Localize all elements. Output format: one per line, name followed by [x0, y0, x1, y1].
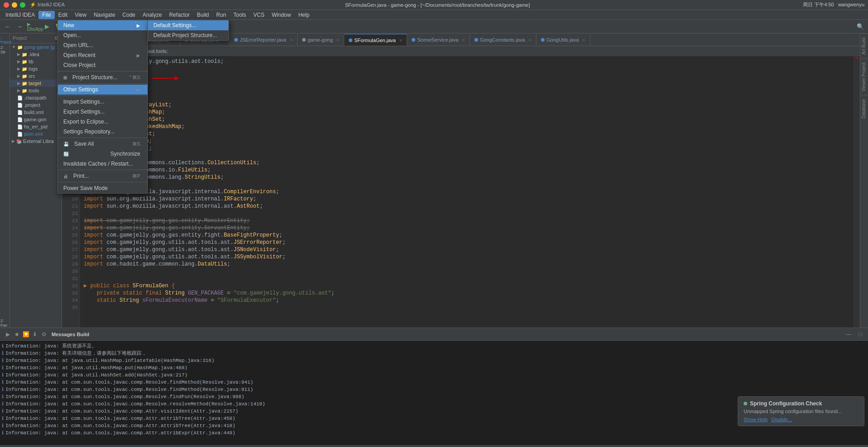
- proj-struct-shortcut: ⌃⌘S: [128, 75, 140, 81]
- menu-default-project-structure[interactable]: Default Project Structure...: [148, 30, 228, 40]
- menu-settings-repo[interactable]: Settings Repository...: [58, 127, 147, 137]
- menu-import-settings[interactable]: Import Settings...: [58, 97, 147, 107]
- bpanel-run[interactable]: ▶: [4, 330, 12, 338]
- menu-open-url[interactable]: Open URL...: [58, 40, 147, 50]
- sep-2: [58, 83, 147, 84]
- menu-build[interactable]: Build: [193, 11, 213, 19]
- menu-open[interactable]: Open...: [58, 30, 147, 40]
- menu-edit[interactable]: Edit: [55, 11, 71, 19]
- tree-project-file[interactable]: 📄 .project: [10, 101, 62, 109]
- menu-synchronize[interactable]: 🔄 Synchronize: [58, 149, 147, 159]
- tree-external-libs[interactable]: ▶ 📚 External Libra: [10, 138, 62, 145]
- tab-sformulangen[interactable]: SFormulaGen.java ×: [344, 34, 407, 46]
- bpanel-filter[interactable]: 🔽: [22, 330, 30, 338]
- tab-jserrorreporter[interactable]: JSErrorReporter.java ×: [230, 34, 298, 46]
- menu-project-structure[interactable]: ⊞ Project Structure... ⌃⌘S: [58, 72, 147, 82]
- tree-build-xml[interactable]: 📄 build.xml: [10, 109, 62, 116]
- menu-navigate[interactable]: Navigate: [90, 11, 119, 19]
- spring-disable[interactable]: Disable...: [771, 417, 792, 422]
- menu-open-recent[interactable]: Open Recent ▶: [58, 50, 147, 60]
- tab-close-sceneservice[interactable]: ×: [462, 37, 465, 43]
- menu-power-save[interactable]: Power Save Mode: [58, 183, 147, 193]
- code-editor[interactable]: 1 2 3 4 5 6 7 8 9 10 11 12 13 14 15 16 1…: [62, 56, 860, 328]
- open-recent-arrow-icon: ▶: [137, 53, 140, 58]
- tab-sceneservice[interactable]: SceneService.java ×: [407, 34, 470, 46]
- tab-close-jserrorreporter[interactable]: ×: [290, 37, 293, 43]
- tree-gong-game-label: gong-game [g: [24, 44, 55, 50]
- tab-gamegong[interactable]: game-gong ×: [298, 34, 344, 46]
- tab-close-sformulangen[interactable]: ×: [399, 38, 402, 43]
- tab-dot-gongutils: [541, 38, 545, 42]
- code-content[interactable]: package com.gamejelly.gong.utils.aot.too…: [80, 56, 854, 328]
- sep-4: [58, 138, 147, 138]
- tab-close-gongconstants[interactable]: ×: [529, 37, 531, 43]
- info-icon-12: ℹ: [2, 423, 4, 428]
- menu-code[interactable]: Code: [119, 11, 139, 19]
- tree-logs[interactable]: ▶ 📁 logs: [10, 65, 62, 72]
- tab-close-gongutils[interactable]: ×: [583, 37, 585, 43]
- tree-idea[interactable]: ▶ 📁 .idea: [10, 51, 62, 58]
- menu-refactor[interactable]: Refactor: [166, 11, 193, 19]
- tree-classpath-label: .classpath: [24, 95, 47, 100]
- proj-struct-icon: ⊞: [63, 75, 67, 80]
- tree-target[interactable]: ▶ 📁 target: [10, 80, 62, 87]
- viewer-project-tab[interactable]: Viewer Project: [860, 58, 868, 95]
- menu-default-settings[interactable]: Default Settings...: [148, 20, 228, 30]
- menu-invalidate-caches[interactable]: Invalidate Caches / Restart...: [58, 159, 147, 169]
- maximize-button[interactable]: [20, 2, 25, 8]
- tab-close-gamegong[interactable]: ×: [337, 37, 339, 43]
- structure-toggle[interactable]: 2: Str: [0, 45, 9, 54]
- database-tab[interactable]: Database: [860, 95, 868, 122]
- menu-intellij[interactable]: IntelliJ IDEA: [2, 11, 38, 19]
- menu-close-project[interactable]: Close Project: [58, 60, 147, 70]
- build-msg-11: ℹInformation: java: at com.sun.tools.jav…: [2, 415, 866, 422]
- tree-hs-err[interactable]: 📄 hs_err_pid: [10, 123, 62, 130]
- tree-tools[interactable]: ▶ 📁 tools: [10, 87, 62, 94]
- menu-other-settings[interactable]: Other Settings ▶: [58, 85, 147, 95]
- menu-save-all[interactable]: 💾 Save All ⌘S: [58, 139, 147, 149]
- menu-vcs[interactable]: VCS: [250, 11, 268, 19]
- toolbar-run[interactable]: ▶: [42, 22, 52, 32]
- spring-show-help[interactable]: Show Help: [744, 417, 768, 422]
- status-bar: ✓ 6: TODO ⑆ 9: Version Control ▶ Termina…: [0, 445, 868, 447]
- bpanel-maximize[interactable]: □: [856, 330, 864, 338]
- art-build-tab[interactable]: Art Build: [860, 33, 868, 58]
- menu-view[interactable]: View: [71, 11, 90, 19]
- tab-gongutils[interactable]: GongUtils.java ×: [536, 34, 590, 46]
- tree-lib[interactable]: ▶ 📁 lib: [10, 58, 62, 65]
- sep-3: [58, 95, 147, 96]
- tree-src[interactable]: ▶ 📁 src: [10, 72, 62, 80]
- tab-dot-jserrorreporter: [234, 38, 238, 42]
- tree-game-gon[interactable]: 📄 game-gon: [10, 116, 62, 123]
- bpanel-minimize[interactable]: —: [844, 330, 853, 338]
- info-icon-9: ℹ: [2, 401, 4, 407]
- menu-export-eclipse[interactable]: Export to Eclipse...: [58, 117, 147, 127]
- menu-print[interactable]: 🖨 Print... ⌘P: [58, 171, 147, 181]
- tab-gongconstants[interactable]: GongConstants.java ×: [470, 34, 536, 46]
- bpanel-scroll[interactable]: ⬇: [31, 330, 39, 338]
- close-button[interactable]: [4, 2, 9, 8]
- toolbar-search-right[interactable]: 🔍: [855, 22, 865, 32]
- tree-tools-label: tools: [28, 88, 39, 93]
- toolbar-back[interactable]: ←: [3, 22, 13, 32]
- menu-window[interactable]: Window: [268, 11, 295, 19]
- menu-help[interactable]: Help: [294, 11, 313, 19]
- menu-analyze[interactable]: Analyze: [139, 11, 166, 19]
- info-icon-1: ℹ: [2, 343, 4, 349]
- bpanel-stop[interactable]: ■: [13, 330, 21, 338]
- favorites-toggle[interactable]: 2: Fav: [0, 319, 9, 328]
- tree-pom[interactable]: 📄 pom.xml: [10, 130, 62, 138]
- minimize-button[interactable]: [12, 2, 17, 8]
- toolbar-forward[interactable]: →: [14, 22, 24, 32]
- menu-export-settings[interactable]: Export Settings...: [58, 107, 147, 117]
- bpanel-settings[interactable]: ⚙: [40, 330, 48, 338]
- project-toggle[interactable]: 1: Project: [0, 35, 9, 44]
- menu-tools[interactable]: Tools: [230, 11, 250, 19]
- menu-run[interactable]: Run: [213, 11, 230, 19]
- tree-gong-game[interactable]: ▼ 📁 gong-game [g: [10, 43, 62, 51]
- toolbar-run-config[interactable]: ▶ DbsApp: [30, 22, 40, 32]
- menu-file[interactable]: File: [38, 11, 54, 19]
- bottom-panel-content[interactable]: ℹInformation: java: 系统资源不足。 ℹInformation…: [0, 341, 868, 445]
- menu-new[interactable]: New ▶: [58, 20, 147, 30]
- tree-classpath[interactable]: 📄 .classpath: [10, 94, 62, 101]
